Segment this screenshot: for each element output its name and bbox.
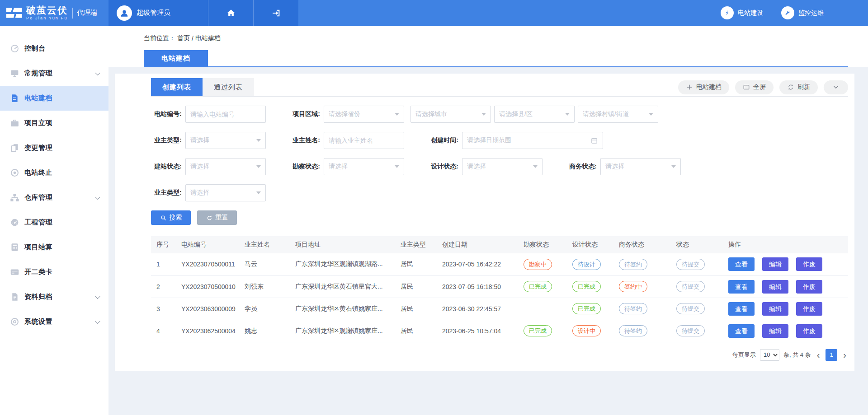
list-tab-1[interactable]: 通过列表	[203, 78, 254, 96]
cell-owner-name: 姚忠	[239, 320, 290, 342]
sidebar-item-7[interactable]: 工程管理	[0, 210, 108, 235]
view-button[interactable]: 查看	[728, 324, 755, 338]
column-header: 项目地址	[290, 236, 395, 253]
status-badge: 签约中	[619, 281, 647, 292]
document-icon	[10, 93, 19, 103]
cell-created: 2023-07-05 16:18:50	[437, 275, 518, 298]
province-select[interactable]: 请选择省份	[324, 106, 404, 123]
status-badge: 待签约	[619, 325, 647, 336]
cell-station-no: YX2023063000009	[176, 298, 239, 320]
reset-button-label: 重置	[216, 214, 228, 222]
chevron-down-icon	[95, 194, 100, 199]
cell-actions: 查看编辑作废	[723, 320, 848, 342]
cell-status: 待提交	[671, 320, 723, 342]
user-name: 超级管理员	[137, 9, 170, 17]
edit-button[interactable]: 编辑	[762, 280, 788, 294]
edit-button[interactable]: 编辑	[762, 324, 788, 338]
status-badge: 待提交	[676, 259, 705, 270]
cell-survey-status: 已完成	[518, 275, 567, 298]
sidebar-item-9[interactable]: 开二类卡	[0, 260, 108, 284]
view-button[interactable]: 查看	[728, 257, 755, 271]
cell-owner-name: 马云	[239, 253, 290, 275]
toolbar-button-label: 全屏	[753, 83, 766, 91]
toolbar-button-1[interactable]: 全屏	[735, 80, 774, 94]
list-toolbar: 创建列表通过列表 电站建档全屏刷新	[151, 78, 848, 97]
edit-button[interactable]: 编辑	[762, 302, 788, 316]
toolbar-button-0[interactable]: 电站建档	[678, 80, 729, 94]
quick-link-0[interactable]: 电站建设	[721, 6, 763, 19]
void-button[interactable]: 作废	[796, 280, 822, 294]
per-page-select[interactable]: 10	[760, 349, 779, 361]
search-icon	[160, 214, 167, 221]
sidebar-item-8[interactable]: 项目结算	[0, 235, 108, 260]
cell-business-status: 待签约	[613, 320, 671, 342]
void-button[interactable]: 作废	[796, 257, 822, 271]
pagination: 每页显示 10 条, 共 4 条 ‹ 1 ›	[151, 349, 848, 361]
sidebar-item-10[interactable]: 资料归档	[0, 284, 108, 309]
cell-index: 4	[151, 320, 176, 342]
cell-address: 广东深圳龙华区黄石镇星官大...	[290, 275, 395, 298]
quick-link-label: 监控运维	[798, 9, 824, 17]
void-button[interactable]: 作废	[796, 302, 822, 316]
table-row: 3YX2023063000009学员广东深圳龙华区黄石镇姚家庄...居民2023…	[151, 298, 848, 320]
sidebar-item-label: 仓库管理	[24, 193, 52, 202]
sidebar-item-11[interactable]: 系统设置	[0, 309, 108, 334]
toolbar-button-2[interactable]: 刷新	[779, 80, 818, 94]
cell-actions: 查看编辑作废	[723, 253, 848, 275]
owner-type-select[interactable]: 请选择	[185, 132, 266, 149]
breadcrumb-home[interactable]: 首页	[177, 34, 190, 42]
quick-link-label: 电站建设	[738, 9, 763, 17]
created-range-input[interactable]: 请选择日期范围	[462, 132, 603, 149]
sidebar-item-6[interactable]: 仓库管理	[0, 185, 108, 210]
home-button[interactable]	[208, 0, 253, 26]
page-tab-station-archive[interactable]: 电站建档	[144, 50, 208, 66]
user-menu[interactable]: 超级管理员	[108, 0, 208, 26]
survey-status-select[interactable]: 请选择	[324, 158, 404, 175]
list-tab-0[interactable]: 创建列表	[151, 78, 203, 96]
cell-address: 广东深圳龙华区观澜镇姚家庄...	[290, 320, 395, 342]
caret-down-icon	[533, 165, 538, 168]
copy-icon	[10, 143, 19, 153]
header-dark-section: 超级管理员	[108, 0, 298, 26]
status-badge: 已完成	[524, 281, 552, 292]
build-status-select[interactable]: 请选择	[185, 158, 266, 175]
cell-owner-name: 刘强东	[239, 275, 290, 298]
cell-design-status: 已完成	[567, 298, 613, 320]
cell-index: 3	[151, 298, 176, 320]
station-no-input[interactable]	[185, 106, 266, 123]
village-select[interactable]: 请选择村镇/街道	[578, 106, 658, 123]
design-status-select[interactable]: 请选择	[462, 158, 542, 175]
sidebar-item-4[interactable]: 变更管理	[0, 135, 108, 160]
quick-link-1[interactable]: 监控运维	[781, 6, 824, 19]
dashboard-icon	[10, 44, 19, 53]
cell-address: 广东深圳龙华区黄石镇姚家庄...	[290, 298, 395, 320]
current-page-button[interactable]: 1	[826, 349, 837, 361]
county-select[interactable]: 请选择县/区	[494, 106, 575, 123]
edit-button[interactable]: 编辑	[762, 257, 788, 271]
chevron-down-icon	[95, 318, 100, 323]
sidebar-item-label: 项目立项	[24, 119, 52, 127]
sidebar-item-3[interactable]: 项目立项	[0, 111, 108, 135]
logout-button[interactable]	[253, 0, 298, 26]
sidebar-item-5[interactable]: 电站终止	[0, 160, 108, 185]
logo-divider	[72, 8, 73, 19]
owner-name-input[interactable]	[324, 132, 404, 149]
sidebar-item-1[interactable]: 常规管理	[0, 61, 108, 86]
view-button[interactable]: 查看	[728, 280, 755, 294]
column-header: 操作	[723, 236, 848, 253]
prev-page-button[interactable]: ‹	[815, 350, 822, 359]
sidebar-menu: 控制台常规管理电站建档项目立项变更管理电站终止仓库管理工程管理项目结算开二类卡资…	[0, 26, 108, 334]
sidebar-item-0[interactable]: 控制台	[0, 36, 108, 61]
void-button[interactable]: 作废	[796, 324, 822, 338]
cell-design-status: 设计中	[567, 320, 613, 342]
city-select[interactable]: 请选择城市	[410, 106, 491, 123]
business-status-select[interactable]: 请选择	[600, 158, 681, 175]
app-header: 破茧云伏 Po Jian Yun Fu 代理端 超级管理员 电站建设监控运维	[0, 0, 868, 26]
search-button[interactable]: 搜索	[151, 210, 191, 225]
owner-type-select-2[interactable]: 请选择	[185, 184, 266, 201]
sidebar-item-2[interactable]: 电站建档	[0, 86, 108, 111]
next-page-button[interactable]: ›	[841, 350, 848, 359]
collapse-button[interactable]	[824, 80, 848, 94]
view-button[interactable]: 查看	[728, 302, 755, 316]
reset-button[interactable]: 重置	[197, 210, 237, 225]
